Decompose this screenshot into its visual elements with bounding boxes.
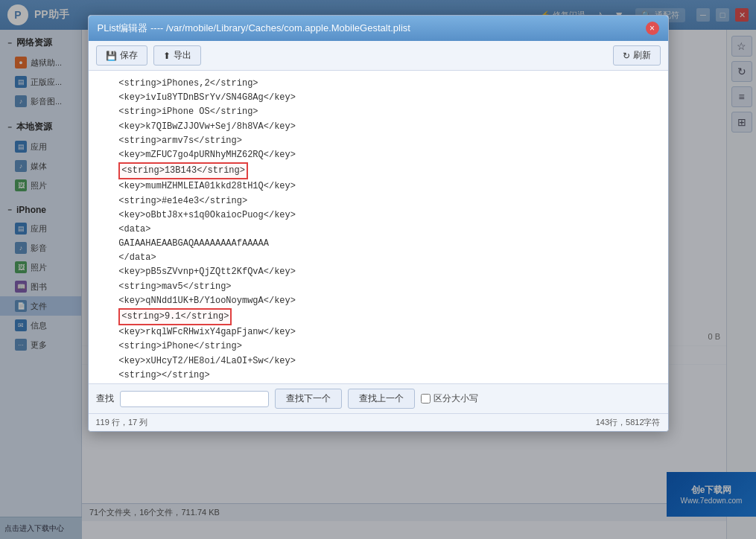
- find-label: 查找: [96, 392, 114, 405]
- highlight-1: <string>13B143</string>: [118, 162, 248, 179]
- export-icon: ⬆: [163, 51, 171, 61]
- plist-line-15: <string>mav5</string>: [98, 280, 659, 294]
- plist-export-button[interactable]: ⬆ 导出: [153, 45, 201, 66]
- plist-line-3: <string>iPhone OS</string>: [98, 105, 659, 119]
- plist-status-bar: 119 行，17 列 143行，5812字符: [89, 413, 668, 431]
- plist-close-button[interactable]: ×: [646, 22, 659, 35]
- plist-line-18: <key>rkqlWFcRHwixY4gapFjanw</key>: [98, 325, 659, 339]
- plist-content: <string>iPhones,2</string> <key>ivIu8YTD…: [89, 71, 668, 383]
- plist-line-12: GAIAAHAEAABGAQAAAAAAAAfAAAAA: [98, 237, 659, 251]
- plist-line-13: </data>: [98, 251, 659, 265]
- refresh-label: 刷新: [633, 49, 651, 62]
- plist-line-19: <string>iPhone</string>: [98, 339, 659, 354]
- plist-line-1: <string>iPhones,2</string>: [98, 77, 659, 91]
- save-icon: 💾: [106, 51, 117, 61]
- save-label: 保存: [120, 49, 138, 62]
- refresh-icon: ↻: [623, 51, 630, 61]
- plist-line-2: <key>ivIu8YTDnBSrYv/SN4G8Ag</key>: [98, 91, 659, 105]
- plist-line-6: <key>mZFUC7go4pURNhyMHZ62RQ</key>: [98, 148, 659, 162]
- plist-save-button[interactable]: 💾 保存: [96, 45, 147, 66]
- plist-line-11: <data>: [98, 223, 659, 237]
- plist-modal: PList编辑器 ---- /var/mobile/Library/Caches…: [88, 15, 669, 432]
- search-next-button[interactable]: 查找下一个: [275, 389, 342, 409]
- plist-line-20: <key>xUHcyT2/HE8oi/4LaOI+Sw</key>: [98, 354, 659, 369]
- plist-char-count: 143行，5812字符: [596, 417, 661, 428]
- plist-line-17: <string>9.1</string>: [98, 308, 659, 325]
- export-label: 导出: [174, 49, 191, 62]
- plist-line-9: <string>#e1e4e3</string>: [98, 194, 659, 208]
- plist-line-16: <key>qNNdd1UK+B/Y1ooNoymwgA</key>: [98, 294, 659, 308]
- plist-modal-titlebar: PList编辑器 ---- /var/mobile/Library/Caches…: [89, 16, 668, 41]
- plist-line-5: <string>armv7s</string>: [98, 134, 659, 148]
- case-sensitive-checkbox[interactable]: [421, 394, 431, 404]
- plist-position: 119 行，17 列: [96, 417, 148, 428]
- case-sensitive-text: 区分大小写: [433, 392, 478, 405]
- plist-line-4: <key>k7QIBwZJJOVw+Sej/8h8VA</key>: [98, 120, 659, 134]
- plist-line-10: <key>oBbtJ8x+s1q0OkaiocPuog</key>: [98, 208, 659, 223]
- plist-search-bar: 查找 查找下一个 查找上一个 区分大小写: [89, 383, 668, 413]
- plist-line-8: <key>mumHZHMLEIA01kkd28tH1Q</key>: [98, 179, 659, 194]
- plist-refresh-button[interactable]: ↻ 刷新: [613, 45, 661, 66]
- search-input[interactable]: [120, 391, 269, 407]
- highlight-2: <string>9.1</string>: [118, 308, 232, 325]
- case-sensitive-label[interactable]: 区分大小写: [421, 392, 478, 405]
- plist-line-21: <string></string>: [98, 369, 659, 383]
- plist-modal-title-text: PList编辑器 ---- /var/mobile/Library/Caches…: [98, 22, 410, 35]
- plist-toolbar: 💾 保存 ⬆ 导出 ↻ 刷新: [89, 41, 668, 71]
- plist-line-14: <key>pB5sZVvnp+QjZQtt2KfQvA</key>: [98, 265, 659, 279]
- plist-line-7: <string>13B143</string>: [98, 162, 659, 179]
- modal-overlay: PList编辑器 ---- /var/mobile/Library/Caches…: [0, 0, 756, 539]
- search-prev-button[interactable]: 查找上一个: [348, 389, 415, 409]
